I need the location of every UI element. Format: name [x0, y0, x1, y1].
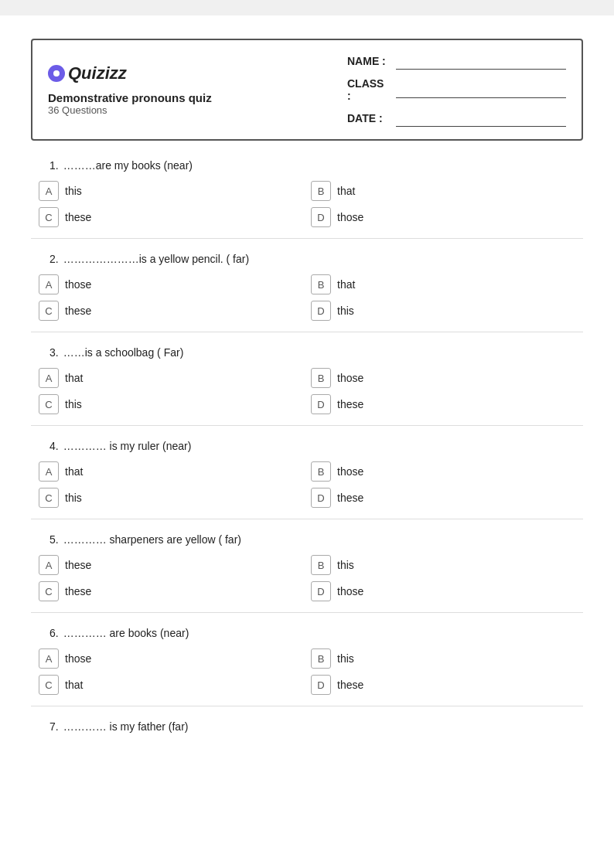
question-1-options: AthisBthatCtheseDthose [39, 181, 583, 227]
option-letter-c: C [39, 394, 59, 414]
question-2-number: 2. [49, 253, 59, 265]
question-3-option-a[interactable]: Athat [39, 368, 311, 388]
option-letter-c: C [39, 488, 59, 508]
option-text-3-d: these [337, 398, 363, 410]
option-letter-d: D [311, 675, 331, 695]
question-4-option-b[interactable]: Bthose [311, 461, 583, 482]
question-4-number: 4. [49, 440, 59, 452]
option-text-4-d: these [337, 492, 363, 504]
divider-6 [31, 706, 583, 706]
option-text-3-c: this [65, 398, 82, 410]
option-letter-b: B [311, 181, 331, 201]
date-field-row: DATE : [347, 110, 566, 127]
question-2-text: 2.…………………is a yellow pencil. ( far) [49, 253, 583, 265]
question-4: 4.………… is my ruler (near)AthatBthoseCthi… [31, 440, 583, 519]
question-5-number: 5. [49, 533, 59, 546]
option-text-4-b: those [337, 465, 363, 478]
question-4-option-a[interactable]: Athat [39, 461, 311, 482]
option-text-5-c: these [65, 585, 91, 597]
question-5-text: 5.………… sharpeners are yellow ( far) [49, 533, 583, 546]
option-letter-d: D [311, 301, 331, 321]
question-5: 5.………… sharpeners are yellow ( far)Athes… [31, 533, 583, 613]
question-6-option-b[interactable]: Bthis [311, 648, 583, 669]
option-letter-d: D [311, 581, 331, 601]
question-2-option-b[interactable]: Bthat [311, 274, 583, 294]
option-letter-d: D [311, 207, 331, 227]
question-4-text: 4.………… is my ruler (near) [49, 440, 583, 452]
option-text-5-d: those [337, 585, 363, 597]
divider-5 [31, 612, 583, 613]
question-5-option-d[interactable]: Dthose [311, 581, 583, 601]
question-1-option-c[interactable]: Cthese [39, 207, 311, 227]
option-letter-a: A [39, 555, 59, 575]
option-text-6-a: those [65, 652, 91, 665]
question-2-option-c[interactable]: Cthese [39, 301, 311, 321]
page: Quizizz Demonstrative pronouns quiz 36 Q… [0, 15, 614, 868]
option-text-6-b: this [337, 652, 354, 665]
question-4-options: AthatBthoseCthisDthese [39, 461, 583, 508]
question-3-option-b[interactable]: Bthose [311, 368, 583, 388]
header-left: Quizizz Demonstrative pronouns quiz 36 Q… [48, 63, 212, 116]
header-box: Quizizz Demonstrative pronouns quiz 36 Q… [31, 39, 583, 141]
option-letter-a: A [39, 648, 59, 669]
option-text-4-c: this [65, 492, 82, 504]
question-3-text: 3.……is a schoolbag ( Far) [49, 346, 583, 359]
option-text-1-c: these [65, 211, 91, 223]
question-5-option-c[interactable]: Cthese [39, 581, 311, 601]
option-letter-b: B [311, 461, 331, 482]
logo: Quizizz [48, 63, 212, 83]
question-6-text: 6.………… are books (near) [49, 627, 583, 639]
name-field-row: NAME : [347, 53, 566, 70]
option-text-4-a: that [65, 465, 83, 478]
name-input[interactable] [396, 53, 566, 70]
option-letter-b: B [311, 648, 331, 669]
question-3-option-d[interactable]: Dthese [311, 394, 583, 414]
option-text-1-b: that [337, 185, 355, 197]
name-label: NAME : [347, 55, 390, 67]
option-text-3-b: those [337, 372, 363, 384]
option-letter-a: A [39, 368, 59, 388]
question-1-number: 1. [49, 159, 59, 172]
question-7: 7.………… is my father (far) [31, 720, 583, 733]
divider-2 [31, 332, 583, 332]
option-letter-b: B [311, 274, 331, 294]
class-field-row: CLASS : [347, 77, 566, 102]
question-1-option-b[interactable]: Bthat [311, 181, 583, 201]
question-6-options: AthoseBthisCthatDthese [39, 648, 583, 695]
question-5-option-a[interactable]: Athese [39, 555, 311, 575]
option-letter-a: A [39, 274, 59, 294]
question-2: 2.…………………is a yellow pencil. ( far)Athos… [31, 253, 583, 332]
question-1-option-d[interactable]: Dthose [311, 207, 583, 227]
question-2-option-a[interactable]: Athose [39, 274, 311, 294]
question-1-option-a[interactable]: Athis [39, 181, 311, 201]
option-text-5-a: these [65, 559, 91, 571]
question-3-option-c[interactable]: Cthis [39, 394, 311, 414]
logo-text: Quizizz [68, 63, 127, 83]
quiz-title: Demonstrative pronouns quiz [48, 91, 212, 104]
divider-1 [31, 238, 583, 239]
option-letter-c: C [39, 581, 59, 601]
option-letter-a: A [39, 461, 59, 482]
question-5-option-b[interactable]: Bthis [311, 555, 583, 575]
option-letter-c: C [39, 207, 59, 227]
question-2-option-d[interactable]: Dthis [311, 301, 583, 321]
question-6-option-a[interactable]: Athose [39, 648, 311, 669]
date-label: DATE : [347, 112, 390, 124]
question-5-options: AtheseBthisCtheseDthose [39, 555, 583, 601]
question-6-option-d[interactable]: Dthese [311, 675, 583, 695]
question-6-option-c[interactable]: Cthat [39, 675, 311, 695]
class-input[interactable] [396, 81, 566, 98]
question-2-options: AthoseBthatCtheseDthis [39, 274, 583, 321]
question-4-option-d[interactable]: Dthese [311, 488, 583, 508]
date-input[interactable] [396, 110, 566, 127]
question-6: 6.………… are books (near)AthoseBthisCthatD… [31, 627, 583, 706]
question-1-text: 1.………are my books (near) [49, 159, 583, 172]
divider-3 [31, 425, 583, 426]
option-letter-c: C [39, 301, 59, 321]
option-letter-d: D [311, 488, 331, 508]
question-4-option-c[interactable]: Cthis [39, 488, 311, 508]
option-text-1-d: those [337, 211, 363, 223]
question-3: 3.……is a schoolbag ( Far)AthatBthoseCthi… [31, 346, 583, 426]
questions-container: 1.………are my books (near)AthisBthatCthese… [31, 159, 583, 733]
option-text-1-a: this [65, 185, 82, 197]
